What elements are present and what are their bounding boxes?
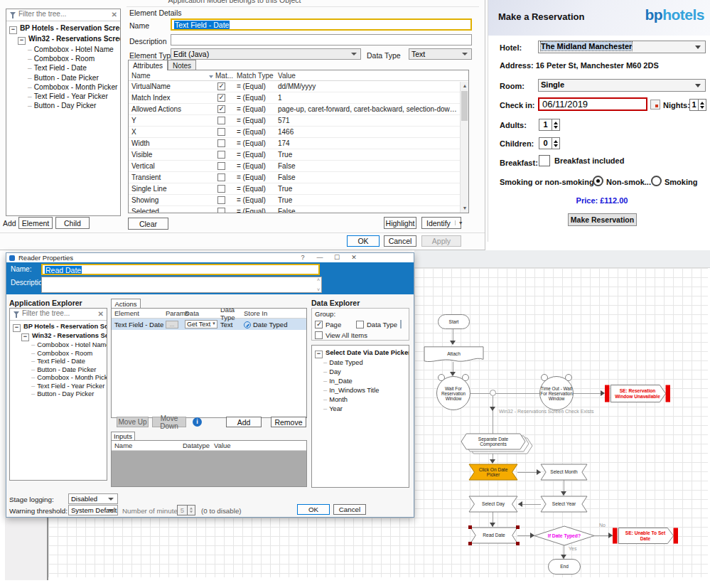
stage-name-field[interactable]: Read Date xyxy=(41,264,320,275)
match-checkbox[interactable] xyxy=(217,173,225,181)
dialog-ok-button[interactable]: OK xyxy=(297,504,330,515)
flow-node-start[interactable]: Start xyxy=(438,314,470,329)
clear-filter-icon[interactable]: ✕ xyxy=(112,11,117,18)
help-button[interactable]: ? xyxy=(298,254,308,261)
clear-button[interactable]: Clear xyxy=(128,218,168,230)
tree-item[interactable]: Combobox - Hotel Name xyxy=(10,341,107,350)
tab-attributes[interactable]: Attributes xyxy=(128,60,168,70)
params-button[interactable]: … xyxy=(166,321,178,328)
selection-handle[interactable] xyxy=(516,542,520,545)
flow-node-attach[interactable]: Attach xyxy=(424,346,483,363)
radio-smoking[interactable] xyxy=(651,176,662,186)
data-explorer-root[interactable]: Select Date Via Date Picker xyxy=(312,348,409,358)
up-arrow-icon[interactable] xyxy=(700,102,704,105)
date-picker-button[interactable] xyxy=(650,100,660,109)
stepper-arrows[interactable] xyxy=(187,506,195,515)
tree-item[interactable]: Win32 - Reservations Screen xyxy=(6,34,120,45)
attribute-row[interactable]: Transient = (Equal) False xyxy=(129,172,460,183)
tree-item[interactable]: Text Field - Year Picker xyxy=(6,92,120,101)
down-arrow-icon[interactable] xyxy=(190,511,193,513)
attribute-row[interactable]: Vertical = (Equal) False xyxy=(129,161,460,172)
attribute-row[interactable]: Match Index = (Equal) 1 xyxy=(129,92,460,104)
tree-item[interactable]: Button - Date Picker xyxy=(10,366,107,375)
attribute-row[interactable]: VirtualName = (Equal) dd/MM/yyyy xyxy=(129,81,460,92)
tree-item[interactable]: Text Field - Date xyxy=(10,358,107,366)
tab-notes[interactable]: Notes xyxy=(168,60,196,70)
tree-item[interactable]: BP Hotels - Reservation Screen xyxy=(6,23,120,34)
identify-dropdown-arrow-icon[interactable]: ▼ xyxy=(455,220,463,225)
view-all-items-checkbox[interactable] xyxy=(315,331,323,339)
selection-handle[interactable] xyxy=(468,542,472,545)
move-down-button[interactable]: Move Down xyxy=(152,417,186,427)
element-type-dropdown[interactable]: Edit (Java) xyxy=(171,48,361,60)
apply-button[interactable]: Apply xyxy=(421,235,461,247)
match-checkbox[interactable] xyxy=(217,117,225,124)
flow-node-select-year[interactable]: Select Year xyxy=(541,496,587,512)
children-stepper[interactable]: 0 xyxy=(539,137,560,149)
data-item[interactable]: Day xyxy=(312,368,409,377)
tree-item[interactable]: BP Hotels - Reservation Screen xyxy=(10,323,107,332)
stage-description-field[interactable]: ˄ ˅ xyxy=(41,277,322,293)
identify-button[interactable]: Identify ▼ xyxy=(421,217,461,229)
attribute-row[interactable]: Width = (Equal) 174 xyxy=(129,138,460,149)
data-item[interactable]: Month xyxy=(312,395,409,405)
close-button[interactable]: ✕ xyxy=(349,254,359,261)
tab-actions[interactable]: Actions xyxy=(111,299,141,308)
flow-node-exception-unable-set-date[interactable]: SE: Unable To Set Date xyxy=(613,528,678,544)
stepper-arrows[interactable] xyxy=(552,138,559,149)
highlight-button[interactable]: Highlight xyxy=(384,217,416,229)
flow-node-click-on-date-picker[interactable]: Click On Date Picker xyxy=(469,464,517,480)
attribute-row[interactable]: Allowed Actions = (Equal) page-up, caret… xyxy=(129,104,460,115)
attribute-row[interactable]: Single Line = (Equal) True xyxy=(129,183,460,195)
flow-node-end[interactable]: End xyxy=(548,559,581,574)
data-type-dropdown[interactable]: Text xyxy=(409,48,472,60)
flow-junction[interactable] xyxy=(490,390,496,396)
flow-node-decision-if-date-typed[interactable]: If Date Typed? xyxy=(534,526,594,545)
scroll-down-icon[interactable]: ˅ xyxy=(317,287,320,292)
attribute-row[interactable]: X = (Equal) 1466 xyxy=(129,127,460,138)
flow-node-read-date[interactable]: Read Date xyxy=(470,528,517,543)
add-child-button[interactable]: Child xyxy=(55,217,90,229)
attribute-row[interactable]: Y = (Equal) 571 xyxy=(129,115,460,127)
selection-handle[interactable] xyxy=(516,525,520,529)
action-row[interactable]: Text Field - Date … Get Text ▼ Text Date… xyxy=(112,319,306,330)
tree-item[interactable]: Combobox - Month Picker xyxy=(10,374,107,383)
match-checkbox[interactable] xyxy=(217,139,225,147)
scroll-thumb[interactable] xyxy=(461,91,468,121)
cancel-button[interactable]: Cancel xyxy=(384,235,416,247)
up-arrow-icon[interactable] xyxy=(554,140,558,143)
stage-logging-dropdown[interactable]: Disabled xyxy=(68,493,118,504)
group-datatype-checkbox[interactable] xyxy=(356,321,364,328)
scroll-up-icon[interactable]: ˄ xyxy=(317,277,320,282)
radio-non-smoking[interactable] xyxy=(593,176,603,186)
data-item[interactable]: Year xyxy=(312,405,409,414)
make-reservation-button[interactable]: Make Reservation xyxy=(568,213,637,226)
data-item[interactable]: In_Windows Title xyxy=(312,386,409,395)
breakfast-checkbox[interactable] xyxy=(539,155,550,166)
clear-filter-icon[interactable]: ✕ xyxy=(98,310,104,318)
attributes-scrollbar[interactable]: ▲ ▼ xyxy=(460,82,468,213)
down-arrow-icon[interactable] xyxy=(554,126,558,129)
dialog-cancel-button[interactable]: Cancel xyxy=(333,504,366,515)
down-arrow-icon[interactable] xyxy=(700,106,704,109)
match-checkbox[interactable] xyxy=(217,185,225,193)
tree-item[interactable]: Combobox - Room xyxy=(10,350,107,358)
flow-node-select-month[interactable]: Select Month xyxy=(541,464,587,480)
match-checkbox[interactable] xyxy=(217,162,225,170)
tab-inputs[interactable]: Inputs xyxy=(111,432,135,440)
match-checkbox[interactable] xyxy=(217,196,225,204)
data-item[interactable]: Date Typed xyxy=(312,358,409,368)
scroll-down-icon[interactable]: ▼ xyxy=(461,204,469,213)
match-checkbox[interactable] xyxy=(217,208,225,213)
maximize-button[interactable]: ☐ xyxy=(332,254,342,261)
add-element-button[interactable]: Element xyxy=(18,217,53,229)
match-checkbox[interactable] xyxy=(217,94,225,102)
tree-item[interactable]: Button - Day Picker xyxy=(6,101,120,110)
data-action-dropdown[interactable]: Get Text ▼ xyxy=(185,320,217,328)
tree-item[interactable]: Combobox - Room xyxy=(6,54,120,63)
up-arrow-icon[interactable] xyxy=(190,508,193,510)
attribute-row[interactable]: Visible = (Equal) True xyxy=(129,149,460,161)
group-page-checkbox[interactable] xyxy=(315,321,323,328)
minimize-button[interactable]: — xyxy=(315,254,325,261)
tree-filter-input[interactable] xyxy=(22,309,90,317)
